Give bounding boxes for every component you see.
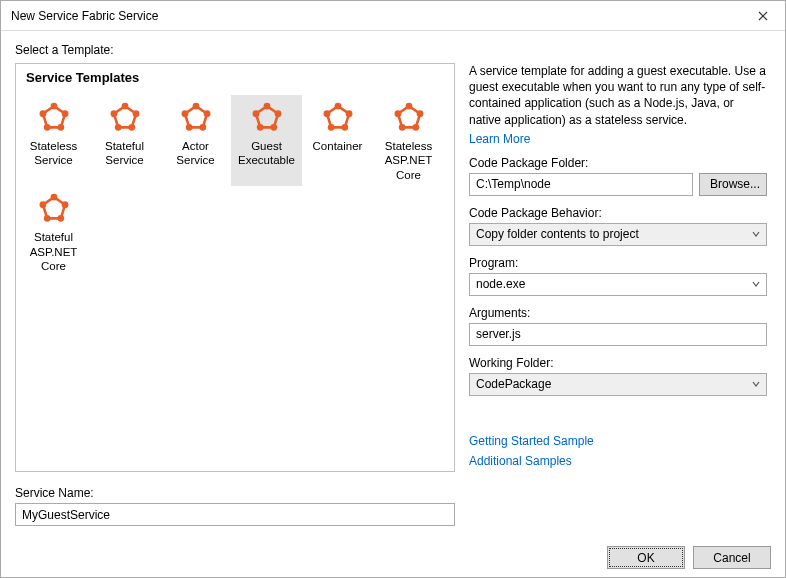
service-name-block: Service Name: xyxy=(15,480,771,526)
template-description: A service template for adding a guest ex… xyxy=(469,63,767,128)
svg-point-1 xyxy=(50,103,57,110)
svg-point-35 xyxy=(394,110,401,117)
window-title: New Service Fabric Service xyxy=(11,9,740,23)
template-label: Stateful ASP.NET Core xyxy=(20,230,87,273)
svg-point-32 xyxy=(416,110,423,117)
chevron-down-icon xyxy=(752,377,760,391)
svg-point-4 xyxy=(43,124,50,131)
code-package-behavior-value: Copy folder contents to project xyxy=(476,227,639,241)
svg-point-11 xyxy=(110,110,117,117)
chevron-down-icon xyxy=(752,277,760,291)
service-name-label: Service Name: xyxy=(15,486,771,500)
svg-point-15 xyxy=(199,124,206,131)
svg-point-9 xyxy=(128,124,135,131)
browse-button[interactable]: Browse... xyxy=(699,173,767,196)
svg-point-20 xyxy=(274,110,281,117)
svg-point-28 xyxy=(327,124,334,131)
templates-grid: Stateless Service Stateful Service Actor… xyxy=(16,91,454,471)
svg-point-5 xyxy=(39,110,46,117)
svg-point-40 xyxy=(43,215,50,222)
code-package-behavior-select[interactable]: Copy folder contents to project xyxy=(469,223,767,246)
details-pane: A service template for adding a guest ex… xyxy=(469,63,767,472)
service-fabric-icon xyxy=(392,101,426,135)
service-name-input[interactable] xyxy=(15,503,455,526)
svg-point-33 xyxy=(412,124,419,131)
template-item[interactable]: Guest Executable xyxy=(231,95,302,186)
svg-point-2 xyxy=(61,110,68,117)
dialog-content: Select a Template: Service Templates Sta… xyxy=(1,31,785,577)
two-column-layout: Service Templates Stateless Service Stat… xyxy=(15,63,771,472)
template-label: Container xyxy=(313,139,363,153)
code-package-folder-input[interactable] xyxy=(469,173,693,196)
svg-point-38 xyxy=(61,201,68,208)
program-select[interactable]: node.exe xyxy=(469,273,767,296)
close-icon xyxy=(758,11,768,21)
svg-point-29 xyxy=(323,110,330,117)
service-fabric-icon xyxy=(250,101,284,135)
template-item[interactable]: Stateless Service xyxy=(18,95,89,186)
additional-samples-link[interactable]: Additional Samples xyxy=(469,454,767,468)
learn-more-link[interactable]: Learn More xyxy=(469,132,767,146)
templates-header: Service Templates xyxy=(16,64,454,91)
svg-point-17 xyxy=(181,110,188,117)
template-item[interactable]: Stateless ASP.NET Core xyxy=(373,95,444,186)
ok-button[interactable]: OK xyxy=(607,546,685,569)
svg-point-37 xyxy=(50,194,57,201)
select-template-label: Select a Template: xyxy=(15,43,771,57)
getting-started-sample-link[interactable]: Getting Started Sample xyxy=(469,434,767,448)
template-label: Guest Executable xyxy=(233,139,300,168)
svg-point-25 xyxy=(334,103,341,110)
svg-point-31 xyxy=(405,103,412,110)
service-fabric-icon xyxy=(37,101,71,135)
working-folder-label: Working Folder: xyxy=(469,356,767,370)
code-package-behavior-label: Code Package Behavior: xyxy=(469,206,767,220)
service-fabric-icon xyxy=(37,192,71,226)
templates-pane: Service Templates Stateless Service Stat… xyxy=(15,63,455,472)
svg-point-19 xyxy=(263,103,270,110)
svg-point-39 xyxy=(57,215,64,222)
arguments-input[interactable] xyxy=(469,323,767,346)
svg-point-10 xyxy=(114,124,121,131)
working-folder-value: CodePackage xyxy=(476,377,551,391)
svg-point-27 xyxy=(341,124,348,131)
template-item[interactable]: Actor Service xyxy=(160,95,231,186)
chevron-down-icon xyxy=(752,227,760,241)
template-label: Stateful Service xyxy=(91,139,158,168)
svg-point-21 xyxy=(270,124,277,131)
svg-point-13 xyxy=(192,103,199,110)
arguments-label: Arguments: xyxy=(469,306,767,320)
svg-point-8 xyxy=(132,110,139,117)
svg-point-26 xyxy=(345,110,352,117)
svg-point-14 xyxy=(203,110,210,117)
titlebar: New Service Fabric Service xyxy=(1,1,785,31)
template-label: Stateless Service xyxy=(20,139,87,168)
template-label: Actor Service xyxy=(162,139,229,168)
svg-point-23 xyxy=(252,110,259,117)
close-button[interactable] xyxy=(740,1,785,31)
svg-point-34 xyxy=(398,124,405,131)
working-folder-select[interactable]: CodePackage xyxy=(469,373,767,396)
template-item[interactable]: Container xyxy=(302,95,373,186)
cancel-button[interactable]: Cancel xyxy=(693,546,771,569)
svg-point-16 xyxy=(185,124,192,131)
svg-point-22 xyxy=(256,124,263,131)
code-package-folder-label: Code Package Folder: xyxy=(469,156,767,170)
dialog-footer: OK Cancel xyxy=(15,538,771,569)
svg-point-7 xyxy=(121,103,128,110)
svg-point-3 xyxy=(57,124,64,131)
svg-point-41 xyxy=(39,201,46,208)
service-fabric-icon xyxy=(321,101,355,135)
service-fabric-icon xyxy=(108,101,142,135)
sample-links: Getting Started Sample Additional Sample… xyxy=(469,434,767,468)
template-label: Stateless ASP.NET Core xyxy=(375,139,442,182)
template-item[interactable]: Stateful ASP.NET Core xyxy=(18,186,89,277)
program-value: node.exe xyxy=(476,277,525,291)
service-fabric-icon xyxy=(179,101,213,135)
template-item[interactable]: Stateful Service xyxy=(89,95,160,186)
program-label: Program: xyxy=(469,256,767,270)
